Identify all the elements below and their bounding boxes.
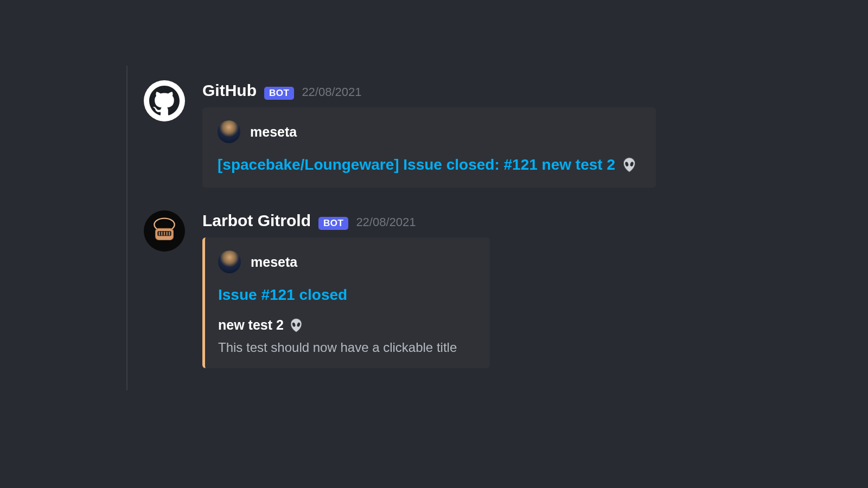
embed-card: meseta [spacebake/Loungeware] Issue clos… bbox=[202, 107, 656, 188]
embed-title-text: Issue #121 closed bbox=[218, 285, 347, 305]
message-content: Larbot Gitrold BOT 22/08/2021 meseta Iss… bbox=[202, 210, 841, 368]
message-item: Larbot Gitrold BOT 22/08/2021 meseta Iss… bbox=[144, 210, 841, 368]
embed-author-name: meseta bbox=[251, 254, 297, 270]
timestamp: 22/08/2021 bbox=[356, 215, 416, 229]
embed-author[interactable]: meseta bbox=[218, 120, 641, 143]
message-item: GitHub BOT 22/08/2021 meseta [spacebake/… bbox=[144, 80, 841, 188]
embed-subtitle-row: new test 2 bbox=[218, 317, 475, 333]
message-header: GitHub BOT 22/08/2021 bbox=[202, 80, 841, 100]
github-icon bbox=[149, 86, 180, 116]
embed-title-link[interactable]: Issue #121 closed bbox=[218, 285, 475, 305]
embed-author[interactable]: meseta bbox=[218, 251, 475, 273]
embed-subtitle: new test 2 bbox=[218, 317, 284, 333]
embed-author-avatar bbox=[218, 251, 241, 273]
embed-author-avatar bbox=[218, 120, 240, 143]
embed-title-link[interactable]: [spacebake/Loungeware] Issue closed: #12… bbox=[218, 155, 641, 175]
avatar[interactable] bbox=[144, 80, 185, 121]
embed-card: meseta Issue #121 closed new test 2 bbox=[202, 237, 490, 368]
embed-description: This test should now have a clickable ti… bbox=[218, 340, 475, 355]
bot-badge: BOT bbox=[264, 87, 294, 100]
bot-badge: BOT bbox=[318, 217, 348, 230]
message-content: GitHub BOT 22/08/2021 meseta [spacebake/… bbox=[202, 80, 841, 188]
avatar[interactable] bbox=[144, 210, 185, 252]
timestamp: 22/08/2021 bbox=[302, 85, 361, 99]
message-header: Larbot Gitrold BOT 22/08/2021 bbox=[202, 210, 841, 230]
embed-author-name: meseta bbox=[250, 124, 297, 140]
username[interactable]: Larbot Gitrold bbox=[202, 211, 311, 230]
embed-title-text: [spacebake/Loungeware] Issue closed: #12… bbox=[218, 155, 615, 175]
alien-icon bbox=[621, 156, 638, 174]
username[interactable]: GitHub bbox=[202, 81, 257, 100]
channel-divider bbox=[126, 66, 127, 390]
messages-container: GitHub BOT 22/08/2021 meseta [spacebake/… bbox=[144, 80, 841, 391]
robot-icon bbox=[149, 216, 180, 246]
alien-icon bbox=[288, 317, 304, 333]
